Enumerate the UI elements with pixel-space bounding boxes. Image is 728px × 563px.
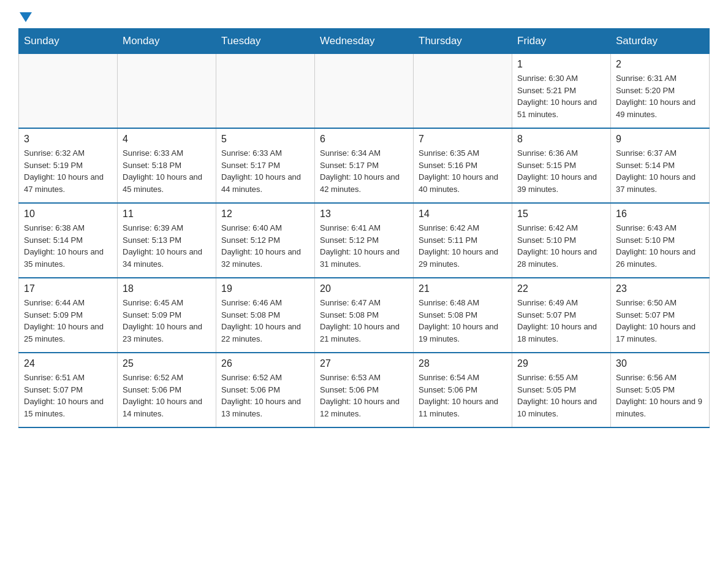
day-info: Sunrise: 6:46 AMSunset: 5:08 PMDaylight:… — [221, 297, 309, 345]
day-info: Sunrise: 6:38 AMSunset: 5:14 PMDaylight:… — [24, 222, 112, 270]
calendar-day-cell — [19, 54, 118, 129]
day-info: Sunrise: 6:50 AMSunset: 5:07 PMDaylight:… — [616, 297, 704, 345]
day-number: 25 — [123, 358, 211, 369]
day-info: Sunrise: 6:32 AMSunset: 5:19 PMDaylight:… — [24, 147, 112, 195]
day-number: 26 — [221, 358, 309, 369]
day-of-week-header: Wednesday — [315, 29, 414, 54]
calendar-day-cell: 4Sunrise: 6:33 AMSunset: 5:18 PMDaylight… — [118, 128, 216, 203]
calendar-day-cell — [315, 54, 414, 129]
day-number: 28 — [419, 358, 507, 369]
day-number: 14 — [419, 209, 507, 220]
day-info: Sunrise: 6:44 AMSunset: 5:09 PMDaylight:… — [24, 297, 112, 345]
day-number: 18 — [123, 283, 211, 294]
calendar-day-cell: 13Sunrise: 6:41 AMSunset: 5:12 PMDayligh… — [315, 203, 414, 278]
calendar-day-cell: 22Sunrise: 6:49 AMSunset: 5:07 PMDayligh… — [512, 278, 611, 353]
day-number: 19 — [221, 283, 309, 294]
calendar-day-cell: 27Sunrise: 6:53 AMSunset: 5:06 PMDayligh… — [315, 353, 414, 427]
calendar-day-cell: 15Sunrise: 6:42 AMSunset: 5:10 PMDayligh… — [512, 203, 611, 278]
day-number: 30 — [616, 358, 704, 369]
calendar-header-row: SundayMondayTuesdayWednesdayThursdayFrid… — [19, 29, 710, 54]
calendar-day-cell: 18Sunrise: 6:45 AMSunset: 5:09 PMDayligh… — [118, 278, 216, 353]
day-of-week-header: Saturday — [611, 29, 710, 54]
day-number: 24 — [24, 358, 112, 369]
calendar-day-cell: 24Sunrise: 6:51 AMSunset: 5:07 PMDayligh… — [19, 353, 118, 427]
calendar-day-cell: 17Sunrise: 6:44 AMSunset: 5:09 PMDayligh… — [19, 278, 118, 353]
calendar-day-cell: 20Sunrise: 6:47 AMSunset: 5:08 PMDayligh… — [315, 278, 414, 353]
day-number: 3 — [24, 134, 112, 145]
calendar-day-cell: 12Sunrise: 6:40 AMSunset: 5:12 PMDayligh… — [216, 203, 315, 278]
day-info: Sunrise: 6:52 AMSunset: 5:06 PMDaylight:… — [221, 372, 309, 419]
day-info: Sunrise: 6:40 AMSunset: 5:12 PMDaylight:… — [221, 222, 309, 270]
day-number: 11 — [123, 209, 211, 220]
day-number: 15 — [517, 209, 605, 220]
day-number: 29 — [517, 358, 605, 369]
day-info: Sunrise: 6:37 AMSunset: 5:14 PMDaylight:… — [616, 147, 704, 195]
day-info: Sunrise: 6:41 AMSunset: 5:12 PMDaylight:… — [320, 222, 408, 270]
calendar-day-cell: 6Sunrise: 6:34 AMSunset: 5:17 PMDaylight… — [315, 128, 414, 203]
day-info: Sunrise: 6:49 AMSunset: 5:07 PMDaylight:… — [517, 297, 605, 345]
calendar-day-cell: 28Sunrise: 6:54 AMSunset: 5:06 PMDayligh… — [414, 353, 512, 427]
day-info: Sunrise: 6:48 AMSunset: 5:08 PMDaylight:… — [419, 297, 507, 345]
calendar-week-row: 3Sunrise: 6:32 AMSunset: 5:19 PMDaylight… — [19, 128, 710, 203]
day-info: Sunrise: 6:39 AMSunset: 5:13 PMDaylight:… — [123, 222, 211, 270]
calendar-day-cell — [414, 54, 512, 129]
calendar-day-cell: 23Sunrise: 6:50 AMSunset: 5:07 PMDayligh… — [611, 278, 710, 353]
day-of-week-header: Monday — [118, 29, 216, 54]
day-info: Sunrise: 6:34 AMSunset: 5:17 PMDaylight:… — [320, 147, 408, 195]
day-number: 23 — [616, 283, 704, 294]
calendar-day-cell: 5Sunrise: 6:33 AMSunset: 5:17 PMDaylight… — [216, 128, 315, 203]
calendar-day-cell: 9Sunrise: 6:37 AMSunset: 5:14 PMDaylight… — [611, 128, 710, 203]
day-info: Sunrise: 6:56 AMSunset: 5:05 PMDaylight:… — [616, 372, 704, 419]
day-info: Sunrise: 6:31 AMSunset: 5:20 PMDaylight:… — [616, 72, 704, 120]
calendar-table: SundayMondayTuesdayWednesdayThursdayFrid… — [18, 28, 710, 428]
day-number: 5 — [221, 134, 309, 145]
day-info: Sunrise: 6:35 AMSunset: 5:16 PMDaylight:… — [419, 147, 507, 195]
calendar-week-row: 10Sunrise: 6:38 AMSunset: 5:14 PMDayligh… — [19, 203, 710, 278]
day-number: 13 — [320, 209, 408, 220]
day-number: 17 — [24, 283, 112, 294]
calendar-day-cell: 16Sunrise: 6:43 AMSunset: 5:10 PMDayligh… — [611, 203, 710, 278]
page-header — [18, 12, 710, 22]
day-number: 12 — [221, 209, 309, 220]
calendar-day-cell: 25Sunrise: 6:52 AMSunset: 5:06 PMDayligh… — [118, 353, 216, 427]
day-info: Sunrise: 6:51 AMSunset: 5:07 PMDaylight:… — [24, 372, 112, 419]
day-info: Sunrise: 6:54 AMSunset: 5:06 PMDaylight:… — [419, 372, 507, 419]
day-number: 21 — [419, 283, 507, 294]
day-info: Sunrise: 6:42 AMSunset: 5:10 PMDaylight:… — [517, 222, 605, 270]
calendar-day-cell: 21Sunrise: 6:48 AMSunset: 5:08 PMDayligh… — [414, 278, 512, 353]
day-number: 22 — [517, 283, 605, 294]
calendar-week-row: 1Sunrise: 6:30 AMSunset: 5:21 PMDaylight… — [19, 54, 710, 129]
calendar-day-cell — [216, 54, 315, 129]
calendar-day-cell: 1Sunrise: 6:30 AMSunset: 5:21 PMDaylight… — [512, 54, 611, 129]
calendar-day-cell: 7Sunrise: 6:35 AMSunset: 5:16 PMDaylight… — [414, 128, 512, 203]
calendar-day-cell: 19Sunrise: 6:46 AMSunset: 5:08 PMDayligh… — [216, 278, 315, 353]
day-number: 7 — [419, 134, 507, 145]
calendar-day-cell: 30Sunrise: 6:56 AMSunset: 5:05 PMDayligh… — [611, 353, 710, 427]
day-number: 1 — [517, 59, 605, 70]
calendar-day-cell: 11Sunrise: 6:39 AMSunset: 5:13 PMDayligh… — [118, 203, 216, 278]
day-of-week-header: Thursday — [414, 29, 512, 54]
logo-triangle-icon — [20, 12, 32, 22]
day-of-week-header: Friday — [512, 29, 611, 54]
day-info: Sunrise: 6:42 AMSunset: 5:11 PMDaylight:… — [419, 222, 507, 270]
day-number: 4 — [123, 134, 211, 145]
day-number: 8 — [517, 134, 605, 145]
calendar-day-cell: 14Sunrise: 6:42 AMSunset: 5:11 PMDayligh… — [414, 203, 512, 278]
day-info: Sunrise: 6:43 AMSunset: 5:10 PMDaylight:… — [616, 222, 704, 270]
day-number: 6 — [320, 134, 408, 145]
day-info: Sunrise: 6:33 AMSunset: 5:17 PMDaylight:… — [221, 147, 309, 195]
day-number: 9 — [616, 134, 704, 145]
day-info: Sunrise: 6:55 AMSunset: 5:05 PMDaylight:… — [517, 372, 605, 419]
day-of-week-header: Sunday — [19, 29, 118, 54]
day-of-week-header: Tuesday — [216, 29, 315, 54]
calendar-day-cell: 2Sunrise: 6:31 AMSunset: 5:20 PMDaylight… — [611, 54, 710, 129]
day-number: 27 — [320, 358, 408, 369]
day-info: Sunrise: 6:30 AMSunset: 5:21 PMDaylight:… — [517, 72, 605, 120]
logo — [18, 12, 33, 22]
calendar-day-cell: 8Sunrise: 6:36 AMSunset: 5:15 PMDaylight… — [512, 128, 611, 203]
calendar-day-cell: 10Sunrise: 6:38 AMSunset: 5:14 PMDayligh… — [19, 203, 118, 278]
day-number: 16 — [616, 209, 704, 220]
calendar-day-cell: 26Sunrise: 6:52 AMSunset: 5:06 PMDayligh… — [216, 353, 315, 427]
calendar-day-cell: 3Sunrise: 6:32 AMSunset: 5:19 PMDaylight… — [19, 128, 118, 203]
day-number: 20 — [320, 283, 408, 294]
